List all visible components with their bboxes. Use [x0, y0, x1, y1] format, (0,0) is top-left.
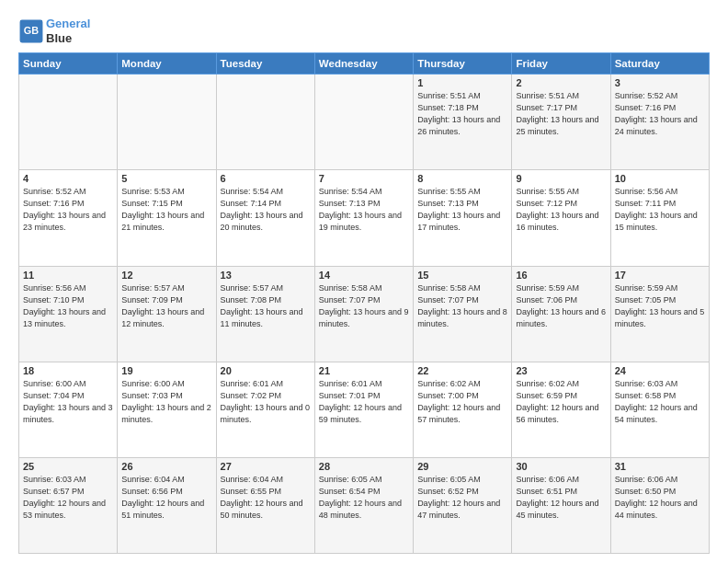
- day-number: 8: [417, 173, 507, 184]
- day-info: Sunrise: 6:06 AM Sunset: 6:51 PM Dayligh…: [516, 474, 606, 522]
- weekday-header: Tuesday: [216, 53, 314, 75]
- day-info: Sunrise: 6:01 AM Sunset: 7:02 PM Dayligh…: [221, 378, 311, 426]
- day-info: Sunrise: 6:04 AM Sunset: 6:55 PM Dayligh…: [221, 474, 311, 522]
- day-info: Sunrise: 5:56 AM Sunset: 7:10 PM Dayligh…: [23, 282, 113, 330]
- page: GB General Blue SundayMondayTuesdayWedne…: [0, 0, 728, 563]
- day-number: 9: [516, 173, 606, 184]
- weekday-header: Thursday: [414, 53, 512, 75]
- logo-text: General Blue: [46, 17, 90, 45]
- day-number: 28: [319, 461, 409, 472]
- weekday-header: Friday: [512, 53, 610, 75]
- calendar-cell: 12Sunrise: 5:57 AM Sunset: 7:09 PM Dayli…: [118, 266, 216, 362]
- day-number: 20: [221, 365, 311, 376]
- day-info: Sunrise: 5:56 AM Sunset: 7:11 PM Dayligh…: [615, 186, 705, 234]
- day-info: Sunrise: 6:03 AM Sunset: 6:57 PM Dayligh…: [23, 474, 113, 522]
- calendar-cell: 21Sunrise: 6:01 AM Sunset: 7:01 PM Dayli…: [314, 362, 413, 457]
- calendar-table: SundayMondayTuesdayWednesdayThursdayFrid…: [18, 52, 710, 554]
- calendar-cell: 17Sunrise: 5:59 AM Sunset: 7:05 PM Dayli…: [610, 266, 709, 362]
- calendar-cell: 9Sunrise: 5:55 AM Sunset: 7:12 PM Daylig…: [512, 170, 610, 266]
- day-number: 10: [615, 173, 705, 184]
- calendar-week-row: 1Sunrise: 5:51 AM Sunset: 7:18 PM Daylig…: [19, 75, 710, 170]
- calendar-cell: 23Sunrise: 6:02 AM Sunset: 6:59 PM Dayli…: [512, 362, 610, 457]
- day-info: Sunrise: 6:01 AM Sunset: 7:01 PM Dayligh…: [319, 378, 409, 426]
- header: GB General Blue: [18, 17, 710, 45]
- calendar-cell: 19Sunrise: 6:00 AM Sunset: 7:03 PM Dayli…: [118, 362, 216, 457]
- day-info: Sunrise: 5:55 AM Sunset: 7:13 PM Dayligh…: [417, 186, 507, 234]
- day-info: Sunrise: 6:02 AM Sunset: 7:00 PM Dayligh…: [417, 378, 507, 426]
- day-number: 30: [516, 461, 606, 472]
- calendar-cell: 20Sunrise: 6:01 AM Sunset: 7:02 PM Dayli…: [216, 362, 314, 457]
- calendar-cell: 1Sunrise: 5:51 AM Sunset: 7:18 PM Daylig…: [414, 75, 512, 170]
- calendar-cell: 3Sunrise: 5:52 AM Sunset: 7:16 PM Daylig…: [610, 75, 709, 170]
- day-info: Sunrise: 6:06 AM Sunset: 6:50 PM Dayligh…: [615, 474, 705, 522]
- day-number: 4: [23, 173, 113, 184]
- weekday-header: Wednesday: [314, 53, 413, 75]
- day-number: 7: [319, 173, 409, 184]
- calendar-cell: 15Sunrise: 5:58 AM Sunset: 7:07 PM Dayli…: [414, 266, 512, 362]
- calendar-cell: 30Sunrise: 6:06 AM Sunset: 6:51 PM Dayli…: [512, 457, 610, 553]
- day-info: Sunrise: 6:03 AM Sunset: 6:58 PM Dayligh…: [615, 378, 705, 426]
- calendar-cell: 14Sunrise: 5:58 AM Sunset: 7:07 PM Dayli…: [314, 266, 413, 362]
- weekday-header: Saturday: [610, 53, 709, 75]
- day-number: 26: [121, 461, 211, 472]
- calendar-cell: [314, 75, 413, 170]
- calendar-cell: 26Sunrise: 6:04 AM Sunset: 6:56 PM Dayli…: [118, 457, 216, 553]
- day-number: 31: [615, 461, 705, 472]
- calendar-cell: 2Sunrise: 5:51 AM Sunset: 7:17 PM Daylig…: [512, 75, 610, 170]
- calendar-cell: 11Sunrise: 5:56 AM Sunset: 7:10 PM Dayli…: [19, 266, 118, 362]
- calendar-week-row: 11Sunrise: 5:56 AM Sunset: 7:10 PM Dayli…: [19, 266, 710, 362]
- calendar-cell: 7Sunrise: 5:54 AM Sunset: 7:13 PM Daylig…: [314, 170, 413, 266]
- day-info: Sunrise: 5:51 AM Sunset: 7:18 PM Dayligh…: [417, 90, 507, 138]
- day-info: Sunrise: 5:53 AM Sunset: 7:15 PM Dayligh…: [121, 186, 211, 234]
- day-info: Sunrise: 5:58 AM Sunset: 7:07 PM Dayligh…: [417, 282, 507, 330]
- day-number: 15: [417, 270, 507, 281]
- day-info: Sunrise: 6:00 AM Sunset: 7:03 PM Dayligh…: [121, 378, 211, 426]
- logo: GB General Blue: [18, 17, 90, 45]
- day-number: 5: [121, 173, 211, 184]
- weekday-header: Monday: [118, 53, 216, 75]
- day-number: 11: [23, 270, 113, 281]
- weekday-header: Sunday: [19, 53, 118, 75]
- day-info: Sunrise: 6:05 AM Sunset: 6:52 PM Dayligh…: [417, 474, 507, 522]
- day-info: Sunrise: 6:02 AM Sunset: 6:59 PM Dayligh…: [516, 378, 606, 426]
- day-number: 23: [516, 365, 606, 376]
- day-info: Sunrise: 5:54 AM Sunset: 7:13 PM Dayligh…: [319, 186, 409, 234]
- day-info: Sunrise: 5:57 AM Sunset: 7:08 PM Dayligh…: [221, 282, 311, 330]
- day-info: Sunrise: 5:57 AM Sunset: 7:09 PM Dayligh…: [121, 282, 211, 330]
- calendar-cell: 29Sunrise: 6:05 AM Sunset: 6:52 PM Dayli…: [414, 457, 512, 553]
- day-info: Sunrise: 5:59 AM Sunset: 7:05 PM Dayligh…: [615, 282, 705, 330]
- day-number: 13: [221, 270, 311, 281]
- calendar-cell: 10Sunrise: 5:56 AM Sunset: 7:11 PM Dayli…: [610, 170, 709, 266]
- calendar-week-row: 25Sunrise: 6:03 AM Sunset: 6:57 PM Dayli…: [19, 457, 710, 553]
- day-number: 21: [319, 365, 409, 376]
- day-info: Sunrise: 5:54 AM Sunset: 7:14 PM Dayligh…: [221, 186, 311, 234]
- day-number: 16: [516, 270, 606, 281]
- day-info: Sunrise: 6:00 AM Sunset: 7:04 PM Dayligh…: [23, 378, 113, 426]
- day-info: Sunrise: 5:52 AM Sunset: 7:16 PM Dayligh…: [615, 90, 705, 138]
- day-info: Sunrise: 6:04 AM Sunset: 6:56 PM Dayligh…: [121, 474, 211, 522]
- day-info: Sunrise: 5:55 AM Sunset: 7:12 PM Dayligh…: [516, 186, 606, 234]
- calendar-cell: 16Sunrise: 5:59 AM Sunset: 7:06 PM Dayli…: [512, 266, 610, 362]
- calendar-cell: 6Sunrise: 5:54 AM Sunset: 7:14 PM Daylig…: [216, 170, 314, 266]
- day-number: 25: [23, 461, 113, 472]
- day-number: 18: [23, 365, 113, 376]
- day-number: 17: [615, 270, 705, 281]
- svg-text:GB: GB: [24, 25, 39, 36]
- calendar-cell: 18Sunrise: 6:00 AM Sunset: 7:04 PM Dayli…: [19, 362, 118, 457]
- calendar-cell: 25Sunrise: 6:03 AM Sunset: 6:57 PM Dayli…: [19, 457, 118, 553]
- day-number: 3: [615, 77, 705, 88]
- calendar-body: 1Sunrise: 5:51 AM Sunset: 7:18 PM Daylig…: [19, 75, 710, 554]
- logo-icon: GB: [18, 18, 44, 44]
- day-number: 1: [417, 77, 507, 88]
- calendar-cell: 24Sunrise: 6:03 AM Sunset: 6:58 PM Dayli…: [610, 362, 709, 457]
- calendar-week-row: 18Sunrise: 6:00 AM Sunset: 7:04 PM Dayli…: [19, 362, 710, 457]
- calendar-week-row: 4Sunrise: 5:52 AM Sunset: 7:16 PM Daylig…: [19, 170, 710, 266]
- day-info: Sunrise: 6:05 AM Sunset: 6:54 PM Dayligh…: [319, 474, 409, 522]
- day-number: 2: [516, 77, 606, 88]
- day-info: Sunrise: 5:58 AM Sunset: 7:07 PM Dayligh…: [319, 282, 409, 330]
- day-number: 14: [319, 270, 409, 281]
- calendar-header: SundayMondayTuesdayWednesdayThursdayFrid…: [19, 53, 710, 75]
- day-info: Sunrise: 5:51 AM Sunset: 7:17 PM Dayligh…: [516, 90, 606, 138]
- day-info: Sunrise: 5:59 AM Sunset: 7:06 PM Dayligh…: [516, 282, 606, 330]
- day-number: 6: [221, 173, 311, 184]
